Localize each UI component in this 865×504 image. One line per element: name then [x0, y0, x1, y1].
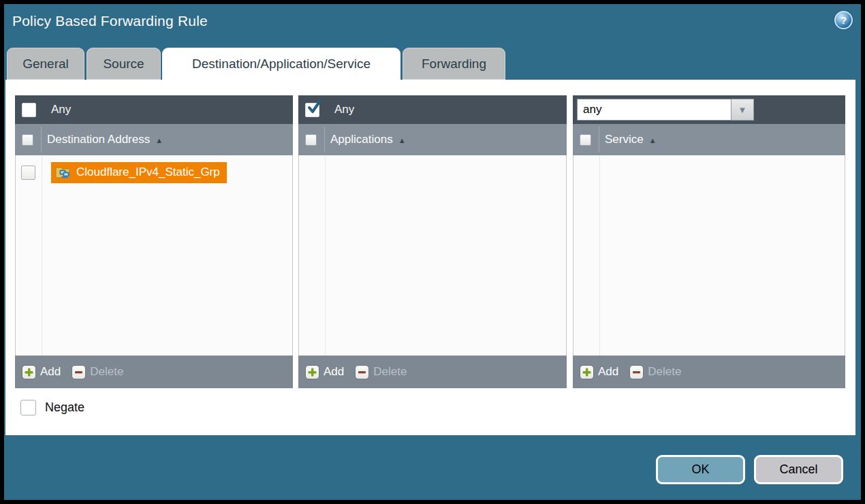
header-divider: [41, 127, 42, 153]
service-list: [573, 155, 845, 356]
help-icon[interactable]: ?: [834, 11, 853, 29]
applications-list: [298, 155, 567, 356]
tab-bar: General Source Destination/Application/S…: [4, 48, 861, 80]
plus-icon: [22, 365, 36, 379]
service-header-label: Service: [605, 133, 644, 146]
service-dropdown-bar: any ▼: [573, 95, 845, 124]
chevron-down-icon[interactable]: ▼: [732, 99, 754, 121]
negate-row: Negate: [20, 400, 84, 415]
tab-general[interactable]: General: [7, 48, 84, 80]
add-service-button[interactable]: Add: [580, 365, 618, 379]
ok-button[interactable]: OK: [656, 455, 745, 484]
selected-address-object[interactable]: Cloudflare_IPv4_Static_Grp: [51, 162, 227, 183]
plus-icon: [305, 365, 319, 379]
destination-address-list: Cloudflare_IPv4_Static_Grp: [15, 155, 293, 356]
service-footer: Add Delete: [573, 356, 845, 388]
applications-footer: Add Delete: [298, 356, 567, 388]
applications-header[interactable]: Applications ▲: [298, 124, 567, 155]
service-dropdown[interactable]: any ▼: [577, 99, 754, 121]
destination-address-column: Any Destination Address ▲: [15, 95, 293, 388]
page-title: Policy Based Forwarding Rule: [12, 13, 208, 29]
service-dropdown-value[interactable]: any: [577, 99, 732, 121]
destination-header-label: Destination Address: [47, 133, 150, 146]
table-row[interactable]: Cloudflare_IPv4_Static_Grp: [16, 159, 292, 186]
add-destination-button[interactable]: Add: [22, 365, 61, 379]
address-object-label: Cloudflare_IPv4_Static_Grp: [76, 166, 220, 179]
destination-select-all-checkbox[interactable]: [22, 134, 33, 146]
applications-select-all-checkbox[interactable]: [305, 134, 317, 146]
tab-destination-application-service[interactable]: Destination/Application/Service: [162, 48, 400, 80]
delete-destination-button[interactable]: Delete: [72, 365, 123, 379]
destination-footer: Add Delete: [15, 356, 293, 388]
destination-any-label: Any: [51, 103, 71, 116]
content-panel: Any Destination Address ▲: [5, 80, 855, 435]
plus-icon: [580, 365, 594, 379]
applications-any-bar: Any: [298, 95, 567, 124]
tab-source[interactable]: Source: [86, 48, 161, 80]
applications-any-checkbox[interactable]: [305, 103, 319, 117]
delete-service-button[interactable]: Delete: [629, 365, 681, 379]
row-checkbox[interactable]: [21, 166, 35, 180]
destination-any-bar: Any: [15, 95, 293, 124]
minus-icon: [355, 365, 369, 379]
negate-label: Negate: [45, 400, 84, 415]
service-header[interactable]: Service ▲: [573, 124, 845, 155]
destination-address-header[interactable]: Destination Address ▲: [15, 124, 293, 155]
applications-any-label: Any: [334, 103, 354, 116]
header-divider: [324, 127, 325, 153]
cancel-button[interactable]: Cancel: [754, 455, 843, 484]
add-application-button[interactable]: Add: [305, 365, 344, 379]
destination-any-checkbox[interactable]: [22, 103, 36, 117]
negate-checkbox[interactable]: [20, 400, 36, 415]
sort-ascending-icon: ▲: [155, 135, 163, 144]
minus-icon: [629, 365, 644, 379]
address-group-icon: [55, 166, 72, 179]
tab-forwarding[interactable]: Forwarding: [403, 48, 505, 80]
service-column: any ▼ Service ▲ Ad: [573, 95, 845, 388]
minus-icon: [72, 365, 86, 379]
service-select-all-checkbox[interactable]: [580, 134, 591, 146]
applications-column: Any Applications ▲ Add: [298, 95, 567, 388]
pbf-rule-dialog: Policy Based Forwarding Rule ? General S…: [0, 0, 865, 504]
applications-header-label: Applications: [330, 133, 393, 146]
sort-ascending-icon: ▲: [649, 135, 657, 144]
sort-ascending-icon: ▲: [398, 135, 406, 144]
header-divider: [599, 127, 599, 153]
delete-application-button[interactable]: Delete: [355, 365, 407, 379]
